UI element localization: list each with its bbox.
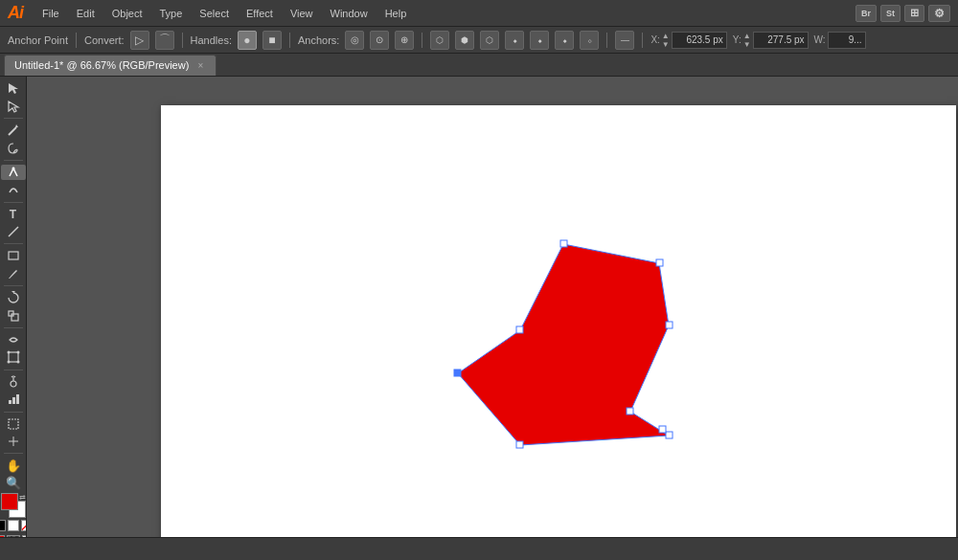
y-coord-field: Y: ▲▼ [733, 32, 809, 49]
rotate-tool[interactable] [1, 290, 26, 306]
tool-sep-4 [4, 243, 23, 244]
distribute-btn4[interactable]: ⬦ [580, 31, 599, 50]
svg-rect-10 [9, 352, 18, 362]
divider-2 [182, 33, 183, 48]
app-logo: Ai [8, 3, 23, 23]
shape-svg [161, 105, 956, 546]
anchor-right-mid [666, 322, 673, 328]
menu-type[interactable]: Type [152, 6, 191, 21]
y-label: Y: [733, 34, 741, 45]
anchors-btn3[interactable]: ⊕ [395, 31, 414, 50]
handles-show-btn[interactable]: ● [238, 31, 257, 50]
lasso-tool[interactable] [1, 140, 26, 156]
svg-point-4 [11, 167, 14, 169]
artboard-tool[interactable] [1, 415, 26, 432]
divider-4 [422, 33, 422, 48]
anchor-bottom-mid [627, 408, 633, 414]
sync-button[interactable]: ⚙ [928, 5, 950, 22]
magic-wand-tool[interactable] [1, 123, 26, 139]
anchors-btn1[interactable]: ◎ [345, 31, 364, 50]
workspace-button[interactable]: ⊞ [904, 5, 924, 22]
tool-sep-2 [4, 160, 23, 161]
convert-smooth-btn[interactable]: ⌒ [155, 31, 174, 50]
svg-rect-6 [9, 252, 18, 259]
svg-point-12 [16, 351, 19, 354]
tool-sep-8 [4, 412, 23, 413]
menu-help[interactable]: Help [377, 6, 415, 21]
svg-line-5 [9, 227, 18, 236]
align-left-btn[interactable]: ⬡ [430, 31, 449, 50]
anchors-btn2[interactable]: ⊙ [370, 31, 389, 50]
menu-window[interactable]: Window [323, 6, 376, 21]
svg-rect-17 [12, 397, 15, 404]
anchor-right-top [656, 259, 663, 266]
distribute-btn3[interactable]: ⬥ [555, 31, 574, 50]
curvature-tool[interactable] [1, 182, 26, 198]
align-right-btn[interactable]: ⬡ [480, 31, 499, 50]
w-coord-field: W: [814, 32, 866, 49]
canvas-area[interactable] [27, 77, 958, 556]
paintbrush-tool[interactable] [1, 266, 26, 282]
distribute-btn2[interactable]: ⬥ [530, 31, 549, 50]
bar-graph-tool[interactable] [1, 392, 26, 408]
color-swatches[interactable]: ⇄ [1, 493, 26, 518]
menu-edit[interactable]: Edit [69, 6, 103, 21]
top-right-icons: Br St ⊞ ⚙ [855, 5, 950, 22]
foreground-color-swatch[interactable] [1, 493, 18, 510]
hand-tool[interactable]: ✋ [1, 458, 26, 474]
svg-marker-1 [9, 101, 18, 112]
svg-rect-19 [9, 419, 18, 429]
menu-effect[interactable]: Effect [239, 6, 281, 21]
tool-sep-3 [4, 202, 23, 203]
menu-object[interactable]: Object [104, 6, 150, 21]
symbol-sprayer-tool[interactable] [1, 373, 26, 390]
scale-tool[interactable] [1, 307, 26, 324]
convert-corner-btn[interactable]: ▷ [130, 31, 149, 50]
type-tool[interactable]: T [1, 206, 26, 222]
line-tool[interactable] [1, 224, 26, 240]
y-up-arrow[interactable]: ▲▼ [743, 32, 751, 49]
svg-point-15 [11, 381, 16, 387]
anchor-bottom-right [666, 432, 673, 438]
pen-tool[interactable] [1, 165, 26, 181]
tab-bar: Untitled-1* @ 66.67% (RGB/Preview) × [0, 54, 958, 77]
menu-select[interactable]: Select [192, 6, 237, 21]
rectangle-tool[interactable] [1, 248, 26, 264]
free-transform-tool[interactable] [1, 349, 26, 366]
swap-colors-icon[interactable]: ⇄ [19, 493, 26, 502]
mini-swatches [0, 520, 27, 531]
selection-tool[interactable] [1, 80, 26, 97]
menu-view[interactable]: View [283, 6, 321, 21]
tool-sep-6 [4, 327, 23, 328]
svg-rect-16 [9, 400, 11, 404]
menu-file[interactable]: File [34, 6, 67, 21]
mini-swatch-black[interactable] [0, 520, 6, 531]
x-up-arrow[interactable]: ▲▼ [662, 32, 670, 49]
align-center-btn[interactable]: ⬢ [455, 31, 474, 50]
w-input[interactable] [828, 32, 866, 49]
slice-tool[interactable] [1, 434, 26, 450]
selection-outline [458, 244, 669, 445]
anchor-left-bottom [516, 441, 523, 448]
direct-selection-tool[interactable] [1, 99, 26, 115]
document-tab[interactable]: Untitled-1* @ 66.67% (RGB/Preview) × [4, 55, 217, 76]
tool-sep-5 [4, 285, 23, 286]
svg-rect-8 [11, 314, 18, 321]
x-coord-field: X: ▲▼ [650, 32, 726, 49]
zoom-tool[interactable]: 🔍 [1, 476, 26, 492]
anchor-top [560, 240, 567, 247]
red-shape [458, 244, 669, 445]
stock-button[interactable]: St [880, 5, 901, 22]
left-toolbar: T [0, 77, 27, 556]
divider-5 [606, 33, 607, 48]
bridge-button[interactable]: Br [855, 5, 877, 22]
distribute-btn1[interactable]: ⬥ [505, 31, 524, 50]
anchor-type-btn[interactable]: — [615, 31, 634, 50]
y-input[interactable] [753, 32, 809, 49]
handles-square-btn[interactable]: ■ [262, 31, 282, 50]
x-input[interactable] [672, 32, 727, 49]
mini-swatch-white[interactable] [8, 520, 19, 531]
tab-close-button[interactable]: × [194, 59, 206, 71]
warp-tool[interactable] [1, 332, 26, 348]
tab-title: Untitled-1* @ 66.67% (RGB/Preview) [14, 59, 189, 71]
